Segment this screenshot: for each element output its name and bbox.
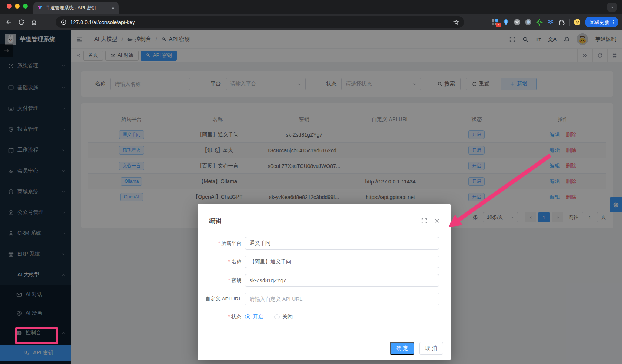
browser-tab-strip: 芋道管理系统 - API 密钥 xyxy=(0,0,622,14)
form-label-text: 状态 xyxy=(231,314,241,319)
dot-circle-extension-icon[interactable] xyxy=(525,19,532,26)
reload-icon[interactable] xyxy=(15,16,27,29)
required-asterisk: * xyxy=(228,314,230,319)
form-label-text: 密钥 xyxy=(231,277,241,283)
form-label: *名称 xyxy=(198,259,241,265)
form-label: *状态 xyxy=(198,313,241,320)
browser-tab[interactable]: 芋道管理系统 - API 密钥 xyxy=(33,2,119,14)
tab-title: 芋道管理系统 - API 密钥 xyxy=(46,5,108,11)
radio-label: 开启 xyxy=(253,313,263,320)
form-input-wrap xyxy=(245,256,439,268)
browser-menu-icon[interactable]: ⋮ xyxy=(611,19,616,25)
select-value: 通义千问 xyxy=(250,240,270,247)
form-label-text: 名称 xyxy=(231,259,241,264)
browser-update-button[interactable]: 完成更新⋮ xyxy=(585,17,618,27)
form-row-所属平台: *所属平台通义千问 xyxy=(198,237,439,250)
form-row-自定义 API URL: 自定义 API URL xyxy=(198,293,439,305)
update-button-label: 完成更新 xyxy=(590,19,609,26)
form-label-text: 自定义 API URL xyxy=(205,296,241,302)
form-label: *所属平台 xyxy=(198,240,241,247)
radio-关闭[interactable]: 关闭 xyxy=(274,313,293,320)
bookmark-star-icon[interactable] xyxy=(453,19,459,25)
form-label: 自定义 API URL xyxy=(198,296,241,302)
back-icon[interactable] xyxy=(2,16,15,29)
form-label-text: 所属平台 xyxy=(221,240,241,246)
address-bar[interactable]: 127.0.0.1/ai/console/api-key xyxy=(56,16,464,28)
screen: 芋道管理系统 - API 密钥 127.0.0.1/ai/console/api… xyxy=(0,0,622,364)
minimize-window-button[interactable] xyxy=(15,4,20,9)
form-input[interactable] xyxy=(250,296,434,302)
required-asterisk: * xyxy=(228,277,230,283)
grid-extension-icon[interactable]: 8 xyxy=(491,19,498,26)
extension-badge: 8 xyxy=(496,23,501,27)
dialog-header: 编辑 xyxy=(198,204,451,233)
form-row-状态: *状态开启关闭 xyxy=(198,311,293,323)
radio-label: 关闭 xyxy=(282,313,293,320)
close-window-button[interactable] xyxy=(7,4,12,9)
maximize-window-button[interactable] xyxy=(23,4,28,9)
dialog-close-icon[interactable] xyxy=(434,218,440,224)
radio-开启[interactable]: 开启 xyxy=(245,313,263,320)
confirm-button[interactable]: 确 定 xyxy=(390,342,414,355)
radio-dot xyxy=(245,314,250,319)
form-input-wrap xyxy=(245,293,439,305)
emoji-extension-icon[interactable] xyxy=(574,19,581,26)
site-favicon xyxy=(37,5,43,11)
edit-dialog: 编辑 *所属平台通义千问*名称*密钥自定义 API URL*状态开启关闭 确 定… xyxy=(198,204,451,360)
chevron-down-icon xyxy=(430,241,434,246)
layers-extension-icon[interactable] xyxy=(547,19,554,26)
radio-dot xyxy=(274,314,280,319)
form-label: *密钥 xyxy=(198,277,241,284)
form-input-wrap xyxy=(245,274,439,287)
home-icon[interactable] xyxy=(27,16,40,29)
platform-select[interactable]: 通义千问 xyxy=(245,237,439,250)
dialog-footer: 确 定 取 消 xyxy=(198,336,451,360)
tab-close-icon[interactable] xyxy=(111,6,115,10)
command-extension-icon[interactable] xyxy=(514,19,521,26)
tab-search-button[interactable] xyxy=(607,3,617,12)
url-text: 127.0.0.1/ai/console/api-key xyxy=(70,19,135,25)
toolbar-separator xyxy=(569,19,570,26)
site-info-icon[interactable] xyxy=(61,19,66,25)
form-row-名称: *名称 xyxy=(198,256,439,268)
required-asterisk: * xyxy=(218,240,220,246)
dialog-title: 编辑 xyxy=(209,217,222,225)
gem-extension-icon[interactable] xyxy=(502,19,509,26)
sparkle-extension-icon[interactable] xyxy=(536,19,543,26)
puzzle-icon[interactable] xyxy=(558,19,565,26)
form-input[interactable] xyxy=(250,259,434,265)
form-input[interactable] xyxy=(250,277,434,283)
dialog-fullscreen-icon[interactable] xyxy=(421,218,427,224)
cancel-button[interactable]: 取 消 xyxy=(419,342,443,355)
extensions-row: 8完成更新⋮ xyxy=(491,16,618,28)
browser-toolbar: 127.0.0.1/ai/console/api-key 8完成更新⋮ xyxy=(0,14,622,30)
status-radio-group: 开启关闭 xyxy=(245,313,293,320)
form-row-密钥: *密钥 xyxy=(198,274,439,287)
new-tab-button[interactable] xyxy=(123,3,128,9)
required-asterisk: * xyxy=(228,259,230,264)
